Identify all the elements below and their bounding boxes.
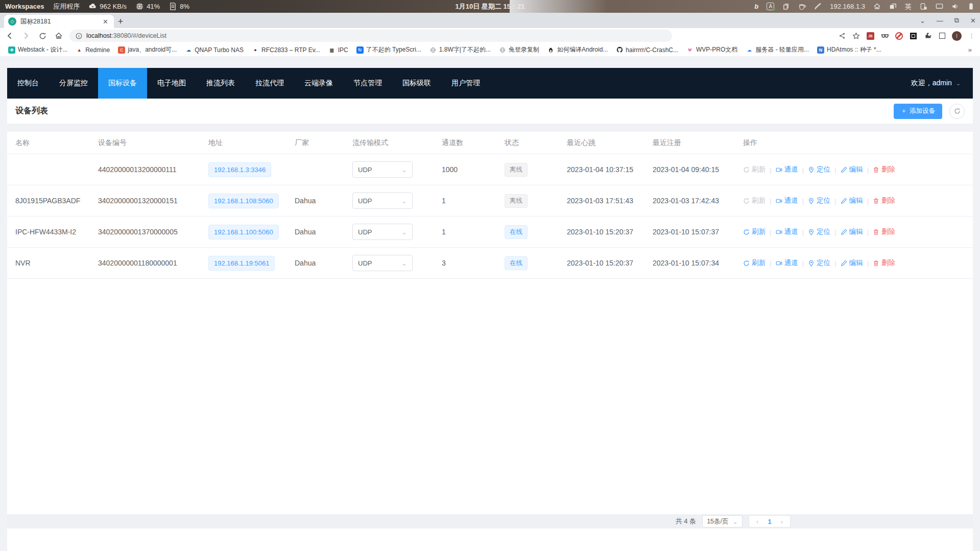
channels-action[interactable]: 通道 [776, 165, 798, 174]
bookmark-ipc-folder[interactable]: ▆IPC [325, 45, 351, 55]
address-bar[interactable]: localhost:38080/#/deviceList [69, 30, 672, 42]
bookmark-star-icon[interactable] [852, 32, 861, 40]
browser-menu-icon[interactable]: ⋮ [967, 32, 976, 40]
share-icon[interactable] [838, 32, 846, 40]
bookmark-android-build[interactable]: 如何编译Android... [544, 44, 611, 55]
locate-action[interactable]: 定位 [808, 227, 830, 236]
nav-item-pull-proxy[interactable]: 拉流代理 [245, 68, 294, 99]
device-address-chip[interactable]: 192.168.1.3:3346 [208, 162, 271, 177]
channels-action[interactable]: 通道 [776, 258, 798, 268]
user-menu[interactable]: 欢迎，admin ⌄ [911, 79, 973, 88]
bookmark-qnap[interactable]: ☁QNAP Turbo NAS [182, 45, 247, 55]
home-icon[interactable] [873, 3, 881, 10]
device-address-chip[interactable]: 192.168.1.19:5061 [208, 256, 275, 271]
stream-mode-select[interactable]: UDP⌄ [352, 161, 413, 178]
delete-action[interactable]: 删除 [873, 165, 895, 174]
nav-item-user-manage[interactable]: 用户管理 [441, 68, 490, 99]
speaker-icon[interactable] [951, 3, 959, 10]
edit-action[interactable]: 编辑 [841, 258, 863, 268]
refresh-list-button[interactable] [949, 104, 965, 119]
browser-tab-active[interactable]: ◇ 国标28181 ✕ [4, 15, 114, 28]
forward-icon[interactable] [20, 30, 32, 41]
back-icon[interactable] [4, 30, 15, 41]
screenshot-extension-icon[interactable] [909, 32, 918, 40]
ip-address-indicator[interactable]: 192.168.1.3 [830, 3, 865, 10]
nav-item-gb-cascade[interactable]: 国标级联 [392, 68, 441, 99]
refresh-action[interactable]: 刷新 [743, 227, 766, 236]
current-page[interactable]: 1 [763, 518, 776, 525]
profile-avatar[interactable]: I [952, 31, 962, 41]
delete-action[interactable]: 删除 [873, 196, 895, 205]
stream-mode-select[interactable]: UDP⌄ [352, 193, 413, 209]
stream-mode-select[interactable]: UDP⌄ [352, 224, 413, 240]
darkreader-extension-icon[interactable] [880, 32, 889, 40]
edit-action[interactable]: 编辑 [841, 165, 863, 174]
refresh-action[interactable]: 刷新 [743, 165, 766, 174]
display-icon[interactable] [936, 3, 943, 10]
nav-item-node-manage[interactable]: 节点管理 [343, 68, 392, 99]
locate-action[interactable]: 定位 [808, 196, 830, 205]
windows-icon[interactable] [889, 3, 897, 10]
bing-icon[interactable]: b [754, 3, 758, 10]
delete-action[interactable]: 删除 [873, 258, 895, 268]
sidepanel-icon[interactable] [938, 32, 946, 40]
refresh-icon [743, 260, 750, 267]
home-button-icon[interactable] [53, 30, 64, 41]
device-address-chip[interactable]: 192.168.1.100:5060 [208, 225, 279, 239]
nav-item-push-list[interactable]: 推流列表 [196, 68, 245, 99]
bookmark-redmine[interactable]: ▲Redmine [73, 45, 113, 55]
bookmark-server[interactable]: ☁服务器 - 轻量应用... [743, 44, 812, 55]
input-method-indicator[interactable]: 英 [905, 2, 912, 11]
bookmark-hdatmos[interactable]: NHDAtmos :: 种子 *... [814, 44, 885, 55]
workspaces-button[interactable]: Workspaces [5, 3, 44, 10]
chevron-down-icon: ⌄ [401, 228, 407, 236]
reload-icon[interactable] [37, 30, 48, 41]
device-address-chip[interactable]: 192.168.1.108:5060 [208, 194, 279, 208]
bookmark-webstack[interactable]: ❖Webstack - 设计... [5, 44, 70, 55]
nav-item-map[interactable]: 电子地图 [147, 68, 196, 99]
window-restore-button[interactable]: ⧉ [954, 16, 959, 25]
tab-close-icon[interactable]: ✕ [101, 18, 110, 26]
tab-search-icon[interactable]: ⌄ [920, 17, 925, 25]
bookmarks-overflow-chevron[interactable]: » [965, 46, 975, 54]
refresh-action[interactable]: 刷新 [743, 196, 766, 205]
window-minimize-button[interactable]: — [937, 17, 943, 25]
extensions-puzzle-icon[interactable] [923, 32, 932, 40]
nav-item-console[interactable]: 控制台 [7, 68, 49, 99]
stream-mode-select[interactable]: UDP⌄ [352, 255, 413, 271]
delete-action[interactable]: 删除 [873, 227, 895, 236]
page-size-select[interactable]: 15条/页 ⌄ [702, 515, 743, 528]
bookmark-copy-free[interactable]: 免登录复制 [496, 44, 542, 55]
channels-action[interactable]: 通道 [776, 196, 798, 205]
battery-icon[interactable] [967, 3, 975, 10]
coffee-icon[interactable] [798, 3, 806, 10]
tablet-icon[interactable] [920, 3, 927, 10]
new-tab-button[interactable]: + [114, 15, 127, 28]
nav-item-cloud-record[interactable]: 云端录像 [294, 68, 343, 99]
copy-icon[interactable] [782, 3, 790, 10]
channels-action[interactable]: 通道 [776, 227, 798, 236]
edit-action[interactable]: 编辑 [841, 196, 863, 205]
page-info-icon[interactable] [76, 33, 82, 39]
translate-icon[interactable]: A [767, 3, 774, 10]
nav-item-gb-devices[interactable]: 国标设备 [98, 68, 147, 99]
adblock-extension-icon[interactable] [895, 32, 903, 40]
bookmark-18w[interactable]: 1.8W字|了不起的... [426, 44, 494, 55]
add-device-button[interactable]: ＋ 添加设备 [894, 104, 943, 119]
locate-action[interactable]: 定位 [808, 165, 830, 174]
bookmark-rfc2833[interactable]: ●RFC2833 – RTP Ev... [249, 45, 323, 55]
nav-item-split-monitor[interactable]: 分屏监控 [49, 68, 98, 99]
pen-icon[interactable] [814, 3, 822, 10]
window-close-button[interactable]: ✕ [970, 17, 976, 25]
edit-action[interactable]: 编辑 [841, 227, 863, 236]
refresh-action[interactable]: 刷新 [743, 258, 766, 268]
bookmark-wvp-docs[interactable]: ΨWVP-PRO文档 [683, 44, 740, 55]
bookmark-github[interactable]: hairrrrr/C-CrashC... [613, 45, 681, 55]
bookmark-typescript[interactable]: 知了不起的 TypeScri... [353, 44, 424, 55]
locate-action[interactable]: 定位 [808, 258, 830, 268]
js-extension-icon[interactable]: JS [866, 32, 875, 40]
bookmark-java-android[interactable]: Cjava、android可... [115, 44, 180, 55]
prev-page-button[interactable]: ‹ [751, 518, 763, 525]
next-page-button[interactable]: › [776, 518, 788, 525]
applications-menu[interactable]: 应用程序 [53, 2, 80, 11]
